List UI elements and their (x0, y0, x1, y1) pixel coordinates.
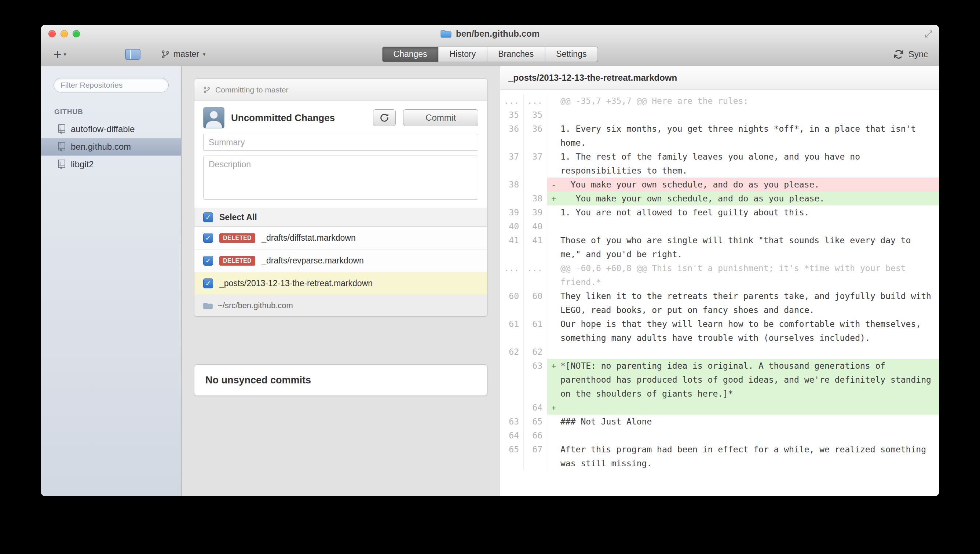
changed-file-row[interactable]: ✓ DELETED _drafts/diffstat.markdown (194, 227, 487, 250)
folder-icon (441, 29, 452, 38)
diff-new-line-number: 61 (524, 317, 547, 345)
close-button[interactable] (48, 30, 56, 37)
repo-list: autoflow-diffable ben.github.com libgit2 (41, 120, 181, 173)
tab-changes[interactable]: Changes (382, 46, 439, 62)
diff-new-line-number: 36 (524, 122, 547, 150)
plus-icon: + (54, 47, 62, 61)
diff-marker (547, 94, 560, 108)
diff-old-line-number: 60 (500, 289, 524, 317)
diff-text (560, 108, 939, 122)
diff-text: 1. The rest of the family leaves you alo… (560, 150, 939, 178)
sidebar-toggle-button[interactable] (125, 49, 140, 60)
diff-marker: - (547, 178, 560, 191)
diff-old-line-number: 40 (500, 220, 524, 233)
diff-old-line-number: 63 (500, 415, 524, 428)
deleted-badge: DELETED (220, 256, 255, 266)
diff-line: They liken it to the retreats their pare… (547, 289, 939, 317)
sync-button[interactable]: Sync (893, 49, 928, 60)
diff-old-line-number (500, 401, 524, 415)
diff-new-line-number: 65 (524, 415, 547, 428)
unsynced-message: No unsynced commits (205, 374, 311, 386)
diff-marker (547, 233, 560, 261)
tab-label: Branches (498, 49, 534, 59)
refresh-icon (379, 112, 390, 123)
unsynced-commits-card: No unsynced commits (194, 364, 487, 396)
tab-branches[interactable]: Branches (487, 46, 545, 62)
commit-message-inputs (194, 133, 487, 208)
file-checkbox[interactable]: ✓ (203, 279, 213, 288)
diff-line (547, 108, 939, 122)
minimize-button[interactable] (60, 30, 68, 37)
description-input[interactable] (203, 156, 478, 200)
summary-input[interactable] (203, 134, 478, 151)
select-all-checkbox[interactable]: ✓ (203, 212, 213, 222)
diff-old-line-number (500, 191, 524, 205)
caret-down-icon: ▾ (203, 51, 206, 57)
titlebar[interactable]: ben/ben.github.com ⤢ (41, 25, 939, 43)
fullscreen-icon[interactable]: ⤢ (924, 28, 932, 40)
diff-row: ... ... @@ -35,7 +35,7 @@ Here are the r… (500, 94, 939, 108)
diff-text (560, 220, 939, 233)
committing-to-label: Committing to master (215, 86, 289, 94)
changed-file-row[interactable]: ✓ DELETED _drafts/revparse.markdown (194, 250, 487, 272)
diff-new-line-number: 37 (524, 150, 547, 178)
diff-new-line-number: 40 (524, 220, 547, 233)
diff-new-line-number: 35 (524, 108, 547, 122)
sidebar-item-ben.github.com[interactable]: ben.github.com (41, 138, 181, 156)
diff-marker (547, 443, 560, 470)
diff-row: ... ... @@ -60,6 +60,8 @@ This isn't a p… (500, 261, 939, 289)
diff-text (560, 345, 939, 359)
diff-marker (547, 122, 560, 150)
diff-text: 1. You are not allowed to feel guilty ab… (560, 205, 939, 220)
diff-marker (547, 261, 560, 289)
diff-new-line-number: 39 (524, 205, 547, 220)
git-branch-icon (161, 49, 170, 59)
committing-to-header: Committing to master (194, 79, 487, 101)
file-checkbox[interactable]: ✓ (203, 256, 213, 266)
file-checkbox[interactable]: ✓ (203, 233, 213, 243)
branch-selector[interactable]: master ▾ (161, 49, 206, 59)
commit-button[interactable]: Commit (403, 109, 478, 126)
sync-icon (893, 49, 904, 60)
diff-line: @@ -35,7 +35,7 @@ Here are the rules: (547, 94, 939, 108)
repo-book-icon (58, 142, 65, 151)
diff-row: 41 41 Those of you who are single will t… (500, 233, 939, 261)
diff-new-line-number: 41 (524, 233, 547, 261)
sidebar-item-libgit2[interactable]: libgit2 (41, 156, 181, 173)
diff-text: @@ -35,7 +35,7 @@ Here are the rules: (560, 94, 939, 108)
tab-label: Changes (393, 49, 427, 59)
diff-line: 1. Every six months, you get three night… (547, 122, 939, 150)
diff-line: Those of you who are single will think "… (547, 233, 939, 261)
diff-row: 38 + You make your own schedule, and do … (500, 191, 939, 205)
tab-settings[interactable]: Settings (545, 46, 598, 62)
diff-row: 60 60 They liken it to the retreats thei… (500, 289, 939, 317)
caret-down-icon: ▾ (64, 51, 66, 57)
diff-old-line-number: 35 (500, 108, 524, 122)
diff-row: 64 66 (500, 428, 939, 443)
diff-text: Our hope is that they will learn how to … (560, 317, 939, 345)
zoom-button[interactable] (73, 30, 80, 37)
repo-path-row[interactable]: ~/src/ben.github.com (194, 295, 487, 316)
diff-line: 1. The rest of the family leaves you alo… (547, 150, 939, 178)
changed-file-row[interactable]: ✓ _posts/2013-12-13-the-retreat.markdown (194, 272, 487, 295)
diff-line: Our hope is that they will learn how to … (547, 317, 939, 345)
diff-line (547, 428, 939, 443)
select-all-row[interactable]: ✓ Select All (194, 208, 487, 227)
refresh-button[interactable] (373, 109, 396, 126)
add-repository-button[interactable]: + ▾ (54, 47, 66, 61)
sidebar-item-autoflow-diffable[interactable]: autoflow-diffable (41, 120, 181, 138)
tab-label: History (450, 49, 476, 59)
window-title: ben/ben.github.com (456, 29, 539, 39)
diff-marker: + (547, 401, 560, 415)
diff-text (560, 401, 939, 415)
diff-old-line-number: 64 (500, 428, 524, 443)
diff-text: @@ -60,6 +60,8 @@ This isn't a punishmen… (560, 261, 939, 289)
diff-marker (547, 205, 560, 220)
diff-new-line-number: ... (524, 261, 547, 289)
diff-text: You make your own schedule, and do as yo… (560, 178, 939, 191)
repo-name: ben.github.com (71, 142, 131, 152)
filter-repositories-input[interactable] (54, 78, 169, 92)
repo-book-icon (58, 159, 65, 169)
uncommitted-changes-row: Uncommitted Changes Commit (194, 101, 487, 133)
tab-history[interactable]: History (439, 46, 487, 62)
